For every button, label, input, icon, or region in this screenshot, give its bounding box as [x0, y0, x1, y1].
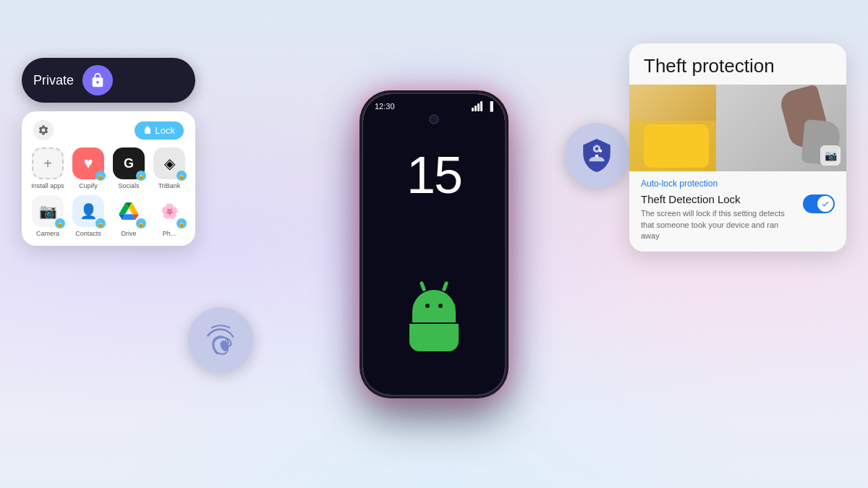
bot-torso [409, 324, 459, 351]
toggle-knob [817, 196, 833, 212]
list-item[interactable]: 👤 🔒 Contacts [71, 195, 106, 237]
bot-eye-left [425, 304, 430, 308]
theft-card-header: Theft protection [629, 43, 846, 85]
bot-head [412, 290, 456, 322]
app-icon-cupify: ♥ 🔒 [72, 147, 104, 179]
key-shield-icon [579, 137, 615, 174]
fingerprint-bubble [188, 307, 253, 372]
theft-detection-toggle[interactable] [803, 194, 835, 213]
android-mascot [409, 290, 459, 351]
private-toggle[interactable]: Private [22, 58, 195, 103]
apps-top-bar: Lock [30, 120, 187, 140]
app-label: Ph... [163, 230, 176, 237]
svg-point-0 [599, 150, 602, 153]
list-item[interactable]: ♥ 🔒 Cupify [71, 147, 106, 189]
private-panel: Private Lock [22, 58, 195, 246]
app-icon-tribank: ◈ 🔒 [153, 147, 185, 179]
private-label: Private [33, 73, 74, 88]
apps-grid: + Install apps ♥ 🔒 Cupify G 🔒 Socials [30, 147, 187, 237]
theft-protection-card: Theft protection 📷 Auto-lock protection [629, 43, 846, 252]
app-label: Socials [118, 182, 139, 189]
theft-illustration: 📷 [629, 85, 846, 171]
phone-screen: 12:30 ▐ 15 [363, 94, 505, 395]
phone: 12:30 ▐ 15 [362, 93, 506, 396]
app-label: Drive [121, 230, 136, 237]
list-item[interactable]: 🔒 Drive [111, 195, 146, 237]
list-item[interactable]: ◈ 🔒 TriBank [152, 147, 187, 189]
list-item[interactable]: 📷 🔒 Camera [30, 195, 65, 237]
lock-pill-label: Lock [156, 125, 175, 136]
app-icon-drive: 🔒 [113, 195, 145, 227]
theft-protection-title: Theft protection [644, 55, 832, 77]
detection-lock-desc: The screen will lock if this setting det… [641, 208, 796, 241]
signal-icon [472, 101, 482, 111]
key-shield-bubble [564, 123, 629, 188]
fingerprint-icon [203, 322, 239, 358]
app-label: Camera [36, 230, 59, 237]
lock-pill-button[interactable]: Lock [135, 121, 184, 140]
illus-object-yellow [644, 124, 709, 168]
app-label: Cupify [79, 182, 98, 189]
app-icon-contacts: 👤 🔒 [72, 195, 104, 227]
phone-time: 12:30 [375, 102, 395, 111]
list-item[interactable]: G 🔒 Socials [111, 147, 146, 189]
auto-lock-label: Auto-lock protection [641, 179, 835, 189]
phone-camera [429, 114, 439, 124]
settings-icon[interactable] [33, 120, 54, 140]
status-icons: ▐ [472, 101, 493, 111]
app-label: Install apps [31, 182, 64, 189]
app-icon-photos: 🌸 🔒 [153, 195, 185, 227]
status-bar: 12:30 ▐ [363, 94, 505, 111]
apps-grid-container: Lock + Install apps ♥ 🔒 Cupify [22, 111, 195, 246]
list-item[interactable]: 🌸 🔒 Ph... [152, 195, 187, 237]
app-label: TriBank [158, 182, 181, 189]
battery-icon: ▐ [487, 101, 493, 111]
phone-clock-number: 15 [407, 149, 461, 201]
camera-overlay-icon: 📷 [820, 145, 841, 166]
app-icon-camera: 📷 🔒 [32, 195, 64, 227]
detection-lock-title: Theft Detection Lock [641, 193, 796, 205]
scene: 12:30 ▐ 15 [0, 0, 868, 488]
theft-card-body: Auto-lock protection Theft Detection Loc… [629, 171, 846, 252]
app-icon-install: + [32, 147, 64, 179]
list-item[interactable]: + Install apps [30, 147, 65, 189]
detection-lock-row: Theft Detection Lock The screen will loc… [641, 193, 835, 241]
private-lock-icon [82, 65, 113, 95]
app-label: Contacts [75, 230, 101, 237]
app-icon-socials: G 🔒 [113, 147, 145, 179]
bot-eye-right [438, 304, 443, 308]
